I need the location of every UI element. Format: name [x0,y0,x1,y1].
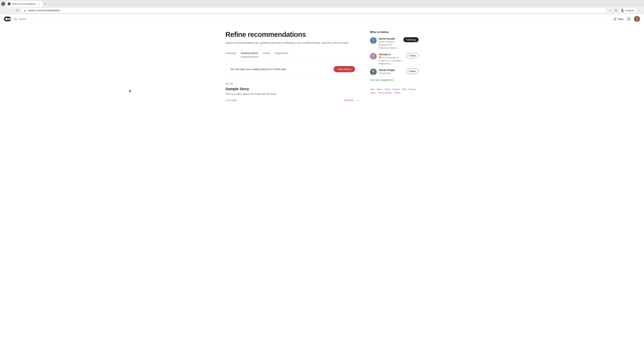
medium-logo-icon [4,16,11,21]
footer-links: Help Status About Careers Blog Privacy T… [370,88,418,94]
tab-suggestions[interactable]: Suggestions [274,50,288,57]
sidebar-footer: Help Status About Careers Blog Privacy T… [370,88,418,94]
remove-story-button[interactable]: Remove [344,99,354,102]
follow-button-christie[interactable]: Follow [406,53,418,58]
svg-point-3 [10,18,11,20]
write-icon [613,17,617,21]
browser-tab[interactable]: M Refine recommendations × [6,1,42,7]
split-screen-button[interactable]: ⊡ [613,8,618,13]
story-more-button[interactable]: ··· [357,98,360,102]
incognito-label: Incognito [626,9,634,12]
address-bar: ← → ↻ 🔒 medium.com/me/readinghistory ☆ ⊡… [0,7,644,14]
page-subtitle: Adjust recommendations by updating what … [226,41,360,45]
tab-favicon: M [8,2,10,5]
search-icon [14,17,17,21]
footer-link-teams[interactable]: Teams [394,91,400,94]
follow-name-christie: Christie C. [379,53,404,56]
tab-muted[interactable]: Muted [263,50,270,57]
footer-link-about[interactable]: About [385,88,390,90]
footer-link-terms[interactable]: Terms [370,91,376,94]
user-avatar [634,16,640,22]
footer-link-status[interactable]: Status [376,88,383,90]
forward-button[interactable]: → [8,8,14,13]
refresh-button[interactable]: ↻ [15,8,20,13]
read-time: 1 min read [226,99,236,102]
story-excerpt: This is a story about the turtle and the… [226,92,360,95]
clear-history-box: You can clear your reading history for a… [226,62,360,76]
follow-item-christie: Christie C. 🧡 AI Art Educator & Creator … [370,53,418,65]
search-bar[interactable]: Search [14,17,26,21]
follow-name-david: David Goudet [379,37,401,40]
follow-name-tamas: Tamás Polgár [379,68,404,71]
see-more-suggestions-link[interactable]: See more suggestions [370,79,418,81]
address-actions: ☆ ⊡ 🕵 Incognito ⋮ [608,8,642,13]
svg-point-16 [372,70,375,72]
avatar-david [370,37,377,44]
bookmark-button[interactable]: ☆ [608,8,613,13]
logo[interactable] [4,16,11,21]
tab-reading-history[interactable]: Reading history [241,50,258,57]
who-to-follow-title: Who to follow [370,30,418,34]
site-header: Search Write [0,14,644,24]
footer-link-careers[interactable]: Careers [392,88,400,90]
svg-point-2 [8,18,10,20]
follow-info-david: David Goudet Senior Software Engineer fr… [379,37,401,50]
content-area: Refine recommendations Adjust recommenda… [226,30,360,102]
svg-point-7 [636,17,638,19]
notifications-button[interactable] [627,17,630,21]
follow-bio-christie: 🧡 AI Art Educator & Creator | 5 x Top Wr… [379,56,404,65]
tab-close-button[interactable]: × [38,2,40,5]
tab-bar: ▾ M Refine recommendations × + [0,0,644,7]
svg-point-1 [5,18,8,20]
url-text: medium.com/me/readinghistory [28,9,604,12]
follow-bio-david: Senior Software Engineer from Venezuela … [379,40,401,50]
incognito-icon: 🕵 [621,9,624,12]
follow-item-tamas: Tamás Polgár Unimportant. Follow [370,68,418,75]
incognito-badge: 🕵 Incognito [619,8,636,13]
sidebar: Who to follow David Goudet Senior Softwa… [370,30,418,102]
url-bar[interactable]: 🔒 medium.com/me/readinghistory [21,8,606,13]
avatar-christie [370,53,377,60]
search-placeholder: Search [18,17,26,20]
follow-button-tamas[interactable]: Follow [406,68,418,74]
main-content: Refine recommendations Adjust recommenda… [221,24,422,109]
header-actions: Write [613,16,640,22]
story-date: Dec 28 [226,82,360,85]
follow-info-christie: Christie C. 🧡 AI Art Educator & Creator … [379,53,404,65]
following-button-david[interactable]: Following [403,37,418,42]
story-entry: Dec 28 Sample Story This is a story abou… [226,82,360,102]
story-footer: 1 min read Remove ··· [226,98,360,102]
follow-bio-tamas: Unimportant. [379,72,404,75]
footer-link-privacy[interactable]: Privacy [408,88,416,90]
back-button[interactable]: ← [2,8,7,13]
browser-more-button[interactable]: ⋮ [637,8,642,13]
svg-line-5 [16,19,17,20]
bell-icon [627,17,630,21]
tabs: Following Reading history Muted Suggesti… [226,50,360,57]
browser-chrome: ▾ M Refine recommendations × + ← → ↻ 🔒 m… [0,0,644,14]
page-title: Refine recommendations [226,30,360,38]
story-title[interactable]: Sample Story [226,87,360,91]
write-button[interactable]: Write [613,17,624,21]
cursor [129,90,131,93]
write-label: Write [618,17,624,20]
follow-item-david: David Goudet Senior Software Engineer fr… [370,37,418,50]
svg-point-13 [372,54,375,57]
svg-point-4 [14,18,16,20]
tab-following[interactable]: Following [226,50,236,57]
avatar-tamas [370,68,377,75]
svg-point-10 [372,38,375,41]
footer-link-blog[interactable]: Blog [402,88,406,90]
tab-title: Refine recommendations [12,3,36,5]
footer-link-text-to-speech[interactable]: Text to speech [378,91,392,94]
new-tab-button[interactable]: + [43,1,48,6]
clear-history-text: You can clear your reading history for a… [230,68,286,70]
clear-history-button[interactable]: Clear history [334,66,355,72]
tab-list-button[interactable]: ▾ [1,2,5,6]
follow-info-tamas: Tamás Polgár Unimportant. [379,68,404,75]
user-avatar-button[interactable] [634,16,640,22]
svg-rect-0 [4,16,11,21]
footer-link-help[interactable]: Help [370,88,374,90]
